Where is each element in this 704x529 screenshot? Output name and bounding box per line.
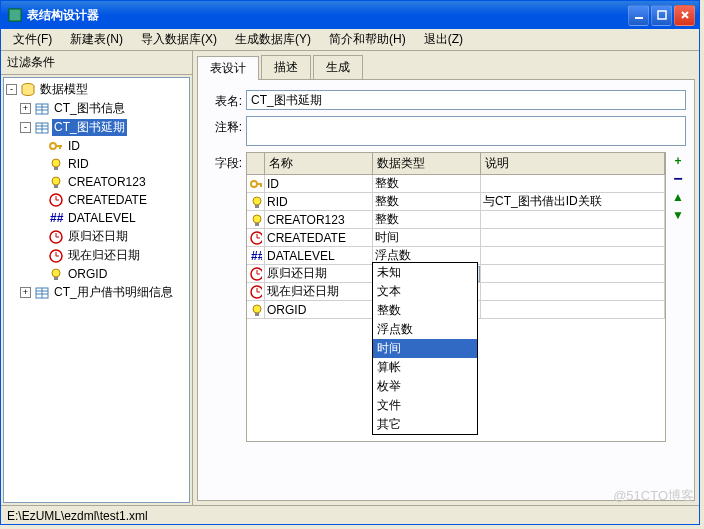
tree-toggle-icon[interactable]: + xyxy=(20,103,31,114)
cell-name[interactable]: ORGID xyxy=(265,301,373,319)
menubar: 文件(F) 新建表(N) 导入数据库(X) 生成数据库(Y) 简介和帮助(H) … xyxy=(1,29,699,51)
tree-orgid[interactable]: ORGID xyxy=(6,265,187,283)
left-panel: 过滤条件 -数据模型+CT_图书信息-CT_图书延期IDRIDCREATOR12… xyxy=(1,51,193,505)
tree-rid[interactable]: RID xyxy=(6,155,187,173)
cell-desc[interactable] xyxy=(481,175,665,193)
clock-icon xyxy=(247,283,265,301)
dropdown-item[interactable]: 文本 xyxy=(373,282,477,301)
grid-row[interactable]: ID 整数 xyxy=(247,175,665,193)
cell-name[interactable]: CREATEDATE xyxy=(265,229,373,247)
comment-input[interactable] xyxy=(246,116,686,146)
tab-design[interactable]: 表设计 xyxy=(197,56,259,80)
tree-nowdate[interactable]: 现在归还日期 xyxy=(6,246,187,265)
col-desc-header[interactable]: 说明 xyxy=(481,153,665,175)
model-tree[interactable]: -数据模型+CT_图书信息-CT_图书延期IDRIDCREATOR123CREA… xyxy=(3,77,190,503)
dropdown-item[interactable]: 未知 xyxy=(373,263,477,282)
svg-rect-39 xyxy=(255,205,259,208)
svg-point-17 xyxy=(52,177,60,185)
cell-desc[interactable] xyxy=(481,229,665,247)
tree-label: CREATOR123 xyxy=(66,175,148,189)
cell-name[interactable]: 原归还日期 xyxy=(265,265,373,283)
dropdown-item[interactable]: 整数 xyxy=(373,301,477,320)
cell-type[interactable]: 整数 xyxy=(373,211,481,229)
dropdown-item[interactable]: 其它 xyxy=(373,415,477,434)
menu-importdb[interactable]: 导入数据库(X) xyxy=(133,29,225,50)
tree-toggle-icon[interactable]: - xyxy=(6,84,17,95)
key-icon xyxy=(247,175,265,193)
cell-type[interactable]: 整数 xyxy=(373,175,481,193)
svg-point-35 xyxy=(251,181,257,187)
cell-desc[interactable] xyxy=(481,265,665,283)
tree-origdate[interactable]: 原归还日期 xyxy=(6,227,187,246)
datatype-dropdown[interactable]: 未知文本整数浮点数时间算帐枚举文件其它 xyxy=(372,262,478,435)
tree-label: ORGID xyxy=(66,267,109,281)
menu-help[interactable]: 简介和帮助(H) xyxy=(321,29,414,50)
tree-toggle-icon[interactable]: + xyxy=(20,287,31,298)
key-icon xyxy=(48,138,64,154)
cell-desc[interactable] xyxy=(481,247,665,265)
svg-rect-18 xyxy=(54,185,58,188)
cell-name[interactable]: 现在归还日期 xyxy=(265,283,373,301)
cell-name[interactable]: ID xyxy=(265,175,373,193)
moveup-button[interactable]: ▲ xyxy=(671,190,685,204)
tree-createdate[interactable]: CREATEDATE xyxy=(6,191,187,209)
cell-name[interactable]: CREATOR123 xyxy=(265,211,373,229)
tree-table3[interactable]: +CT_用户借书明细信息 xyxy=(6,283,187,302)
cell-desc[interactable] xyxy=(481,283,665,301)
dropdown-item[interactable]: 枚举 xyxy=(373,377,477,396)
dropdown-item[interactable]: 算帐 xyxy=(373,358,477,377)
cell-name[interactable]: DATALEVEL xyxy=(265,247,373,265)
dropdown-item[interactable]: 时间 xyxy=(373,339,477,358)
tree-label: CT_图书延期 xyxy=(52,119,127,136)
col-name-header[interactable]: 名称 xyxy=(265,153,373,175)
tree-label: RID xyxy=(66,157,91,171)
menu-newtable[interactable]: 新建表(N) xyxy=(62,29,131,50)
app-icon xyxy=(7,7,23,23)
tab-gen[interactable]: 生成 xyxy=(313,55,363,79)
hash-icon: ## xyxy=(247,247,265,265)
tab-content: 表名: 注释: 字段: 名称 数据类型 说明 ID 整数 RID 整数 与CT_… xyxy=(197,80,695,501)
tree-id[interactable]: ID xyxy=(6,137,187,155)
tree-table2[interactable]: -CT_图书延期 xyxy=(6,118,187,137)
menu-file[interactable]: 文件(F) xyxy=(5,29,60,50)
grid-row[interactable]: RID 整数 与CT_图书借出ID关联 xyxy=(247,193,665,211)
tree-table1[interactable]: +CT_图书信息 xyxy=(6,99,187,118)
svg-rect-0 xyxy=(9,9,21,21)
cell-type[interactable]: 时间 xyxy=(373,229,481,247)
svg-rect-53 xyxy=(255,313,259,316)
clock-icon xyxy=(48,192,64,208)
remove-field-button[interactable]: − xyxy=(671,172,685,186)
tree-root[interactable]: -数据模型 xyxy=(6,80,187,99)
add-field-button[interactable]: + xyxy=(671,154,685,168)
tree-label: 现在归还日期 xyxy=(66,247,142,264)
tree-datalevel[interactable]: ##DATALEVEL xyxy=(6,209,187,227)
menu-gendb[interactable]: 生成数据库(Y) xyxy=(227,29,319,50)
tablename-input[interactable] xyxy=(246,90,686,110)
col-type-header[interactable]: 数据类型 xyxy=(373,153,481,175)
window-title: 表结构设计器 xyxy=(27,7,628,24)
titlebar[interactable]: 表结构设计器 xyxy=(1,1,699,29)
tree-label: DATALEVEL xyxy=(66,211,138,225)
fields-label: 字段: xyxy=(206,152,246,172)
minimize-button[interactable] xyxy=(628,5,649,26)
dropdown-item[interactable]: 文件 xyxy=(373,396,477,415)
grid-row[interactable]: CREATOR123 整数 xyxy=(247,211,665,229)
cell-desc[interactable]: 与CT_图书借出ID关联 xyxy=(481,193,665,211)
cell-desc[interactable] xyxy=(481,301,665,319)
tree-toggle-icon[interactable]: - xyxy=(20,122,31,133)
grid-row[interactable]: CREATEDATE 时间 xyxy=(247,229,665,247)
movedown-button[interactable]: ▼ xyxy=(671,208,685,222)
bulb-icon xyxy=(247,211,265,229)
dropdown-item[interactable]: 浮点数 xyxy=(373,320,477,339)
grid-side-buttons: + − ▲ ▼ xyxy=(666,152,686,442)
tab-desc[interactable]: 描述 xyxy=(261,55,311,79)
maximize-button[interactable] xyxy=(651,5,672,26)
filter-label: 过滤条件 xyxy=(1,51,192,75)
svg-text:##: ## xyxy=(251,249,262,263)
cell-desc[interactable] xyxy=(481,211,665,229)
close-button[interactable] xyxy=(674,5,695,26)
cell-name[interactable]: RID xyxy=(265,193,373,211)
tree-creator[interactable]: CREATOR123 xyxy=(6,173,187,191)
cell-type[interactable]: 整数 xyxy=(373,193,481,211)
menu-exit[interactable]: 退出(Z) xyxy=(416,29,471,50)
